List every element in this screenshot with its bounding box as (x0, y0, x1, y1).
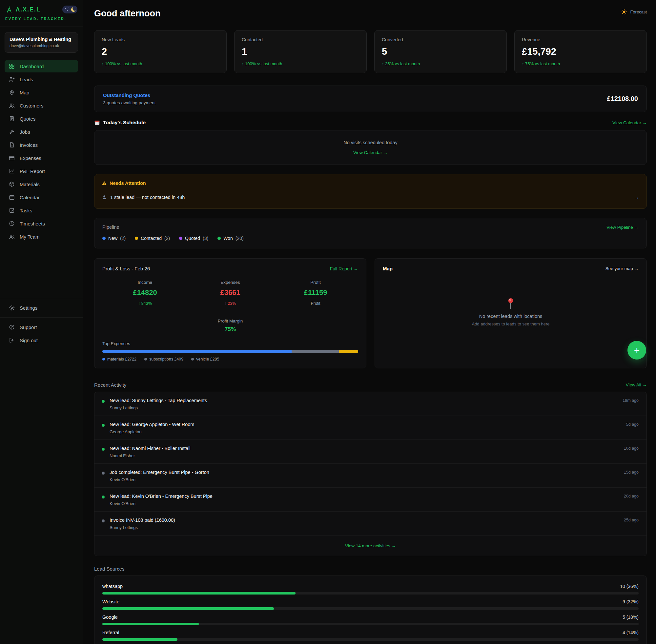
activity-time: 15d ago (624, 470, 639, 475)
sidebar-item-label: Map (20, 90, 29, 95)
lead-source-row-google: Google5 (18%) (102, 615, 639, 625)
sidebar-item-invoices[interactable]: Invoices (5, 139, 78, 151)
pnl-title: Profit & Loss · Feb 26 (102, 266, 150, 271)
activity-row[interactable]: New lead: Naomi Fisher - Boiler InstallN… (94, 440, 647, 464)
expense-segment-vehicle (339, 350, 358, 353)
clock-icon (8, 220, 15, 227)
sidebar-item-support[interactable]: Support (5, 321, 78, 333)
sidebar-item-label: Customers (20, 103, 44, 109)
activity-row[interactable]: New lead: Sunny Lettings - Tap Replaceme… (94, 392, 647, 416)
task-check-icon (8, 207, 15, 214)
lead-source-value: 9 (32%) (622, 599, 639, 604)
stale-lead-row[interactable]: 1 stale lead — not contacted in 48h → (102, 194, 639, 200)
expense-legend-subscriptions: subscriptions £409 (144, 357, 183, 362)
page-title: Good afternoon (94, 8, 160, 19)
stage-name: Won (223, 236, 233, 241)
stage-count: (3) (203, 236, 208, 241)
sidebar-item-label: Calendar (20, 195, 40, 200)
lead-source-bar-track (102, 623, 639, 625)
schedule-view-calendar-link[interactable]: View Calendar → (353, 150, 388, 155)
map-title: Map (383, 266, 393, 271)
activity-row[interactable]: Invoice INV-108 paid (£600.00)Sunny Lett… (94, 512, 647, 535)
sidebar-item-sign-out[interactable]: Sign out (5, 334, 78, 346)
sidebar-item-calendar[interactable]: Calendar (5, 191, 78, 204)
activity-title: Invoice INV-108 paid (£600.00) (110, 518, 607, 523)
sidebar-item-label: Tasks (20, 208, 32, 213)
lead-source-bar-fill (102, 638, 177, 641)
sidebar-item-timesheets[interactable]: Timesheets (5, 217, 78, 230)
lead-sources-section: Lead Sources whatsapp10 (36%)Website9 (3… (94, 566, 647, 644)
outstanding-quotes-banner[interactable]: Outstanding Quotes 3 quotes awaiting pay… (94, 86, 647, 112)
view-more-activities-link[interactable]: View 14 more activities → (345, 544, 396, 548)
pipeline-stage-won: Won(20) (217, 236, 243, 241)
sidebar-item-materials[interactable]: Materials (5, 178, 78, 190)
lead-source-row-referral: Referral4 (14%) (102, 630, 639, 641)
activity-row[interactable]: Job completed: Emergency Burst Pipe - Go… (94, 464, 647, 488)
forecast-button[interactable]: Forecast (621, 8, 647, 15)
lead-source-value: 10 (36%) (620, 584, 639, 589)
sidebar-footer-settings: Settings (0, 301, 83, 314)
sidebar-nav: DashboardLeadsMapCustomersQuotesJobsInvo… (0, 60, 83, 243)
expense-legend-label: subscriptions £409 (149, 357, 183, 362)
sidebar-item-tasks[interactable]: Tasks (5, 204, 78, 216)
sidebar-footer: Settings SupportSign out (0, 298, 83, 346)
line-chart-icon (8, 168, 15, 174)
sidebar-item-map[interactable]: Map (5, 86, 78, 99)
theme-toggle[interactable] (62, 5, 78, 14)
stat-value: 5 (382, 46, 499, 57)
sidebar: Λ.X.E.L EVERY LEAD. TRACKED. Dave's Plum… (0, 0, 83, 644)
lead-source-bar-track (102, 638, 639, 641)
activity-dot-icon (102, 424, 105, 427)
pipeline-stages: New(2)Contacted(2)Quoted(3)Won(20) (102, 236, 639, 241)
profit-margin-value: 75% (102, 326, 358, 332)
warning-icon (102, 181, 107, 186)
user-card[interactable]: Dave's Plumbing & Heating dave@davesplum… (5, 32, 78, 53)
see-your-map-link[interactable]: See your map → (606, 266, 639, 271)
activity-row[interactable]: New lead: George Appleton - Wet RoomGeor… (94, 416, 647, 440)
recent-activity-heading: Recent Activity (94, 382, 126, 388)
sidebar-item-my-team[interactable]: My Team (5, 230, 78, 243)
lead-source-name: whatsapp (102, 584, 123, 589)
user-email: dave@davesplumbing.co.uk (9, 44, 73, 48)
pnl-column-profit: Profit£11159Profit (273, 280, 358, 306)
activity-dot-icon (102, 520, 105, 523)
arrow-right-icon[interactable]: → (634, 194, 639, 200)
sidebar-item-quotes[interactable]: Quotes (5, 112, 78, 125)
lead-source-head: Website9 (32%) (102, 599, 639, 604)
credit-card-icon (8, 155, 15, 161)
sidebar-item-settings[interactable]: Settings (5, 301, 78, 314)
help-icon (8, 324, 15, 330)
stat-card-new-leads: New Leads2↑ 100% vs last month (94, 30, 227, 73)
divider (102, 313, 358, 313)
sidebar-item-customers[interactable]: Customers (5, 99, 78, 112)
view-calendar-link[interactable]: View Calendar → (612, 120, 647, 125)
forecast-label: Forecast (630, 9, 647, 15)
sidebar-item-dashboard[interactable]: Dashboard (5, 60, 78, 72)
sidebar-item-label: Jobs (20, 129, 30, 135)
sidebar-item-p-l-report[interactable]: P&L Report (5, 165, 78, 177)
activity-time: 25d ago (624, 518, 639, 523)
view-pipeline-link[interactable]: View Pipeline → (607, 225, 639, 230)
sun-icon (621, 8, 628, 15)
outstanding-quotes-link[interactable]: Outstanding Quotes (103, 92, 156, 98)
pushpin-icon (375, 297, 647, 310)
activity-list: New lead: Sunny Lettings - Tap Replaceme… (94, 392, 647, 556)
lead-source-row-whatsapp: whatsapp10 (36%) (102, 584, 639, 595)
needs-attention-heading: Needs Attention (110, 181, 146, 186)
sidebar-item-label: Expenses (20, 155, 41, 161)
sidebar-item-leads[interactable]: Leads (5, 73, 78, 86)
map-empty-subtitle: Add addresses to leads to see them here (375, 322, 647, 326)
sidebar-item-label: Support (20, 324, 37, 330)
sign-out-icon (8, 337, 15, 343)
lead-source-row-website: Website9 (32%) (102, 599, 639, 610)
add-button[interactable]: + (628, 341, 646, 360)
sidebar-item-expenses[interactable]: Expenses (5, 152, 78, 164)
sidebar-item-jobs[interactable]: Jobs (5, 125, 78, 138)
activity-row[interactable]: New lead: Kevin O'Brien - Emergency Burs… (94, 488, 647, 512)
full-report-link[interactable]: Full Report → (330, 266, 358, 271)
activity-title: New lead: George Appleton - Wet Room (110, 422, 607, 427)
activity-title: New lead: Kevin O'Brien - Emergency Burs… (110, 493, 607, 499)
view-all-link[interactable]: View All → (626, 383, 647, 387)
axe-logo-icon (5, 5, 13, 14)
pnl-col-label: Income (102, 280, 188, 285)
